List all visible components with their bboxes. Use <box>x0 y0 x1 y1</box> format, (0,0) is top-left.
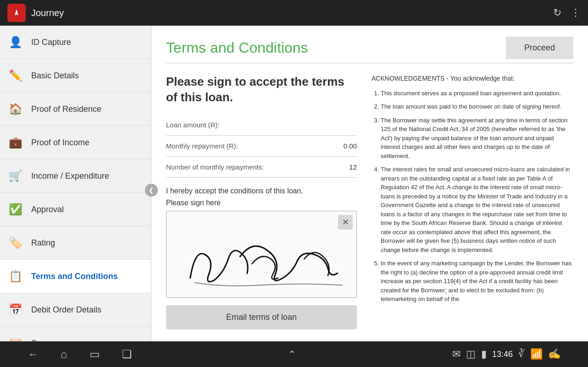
num-repayments-label: Number of monthly repayments: <box>166 163 349 171</box>
num-repayments-row: Number of monthly repayments: 12 <box>166 157 357 178</box>
sidebar-item-label-id-capture: ID Capture <box>31 38 71 47</box>
sidebar-item-approval[interactable]: ✅Approval <box>0 193 151 226</box>
sidebar: 👤ID Capture✏️Basic Details🏠Proof of Resi… <box>0 26 151 341</box>
app-title: Journey <box>31 8 64 18</box>
sidebar-item-label-basic-details: Basic Details <box>31 71 79 81</box>
ack-item-5: In the event of any marketing campaign b… <box>381 259 573 304</box>
rating-icon: 🏷️ <box>7 235 24 251</box>
two-column-layout: Please sign to accept the terms of this … <box>166 74 573 329</box>
sidebar-item-label-approval: Approval <box>31 205 64 214</box>
header-divider <box>166 63 573 63</box>
income-expenditure-icon: 🛒 <box>7 168 24 184</box>
sidebar-item-terms-and-conditions[interactable]: 📋Terms and Conditions <box>0 260 151 293</box>
sidebar-collapse-button[interactable]: ❮ <box>145 184 158 197</box>
terms-and-conditions-icon: 📋 <box>7 268 24 285</box>
acknowledgements-list: This document serves as a proposed loan … <box>372 89 573 304</box>
basic-details-icon: ✏️ <box>7 67 24 84</box>
sidebar-item-id-capture[interactable]: 👤ID Capture <box>0 26 151 59</box>
menu-icon[interactable]: ⋮ <box>571 7 581 19</box>
monthly-repayment-value: 0.00 <box>344 142 357 150</box>
wifi-icon: 📶 <box>530 348 543 360</box>
proof-of-residence-icon: 🏠 <box>7 101 24 117</box>
top-bar: Journey ↻ ⋮ <box>0 0 588 26</box>
sidebar-item-label-success: Success <box>31 339 62 342</box>
sidebar-item-income-expenditure[interactable]: 🛒Income / Expenditure <box>0 159 151 193</box>
sidebar-item-debit-order-details[interactable]: 📅Debit Order Details <box>0 293 151 327</box>
monthly-repayment-row: Monthly repayment (R): 0.00 <box>166 136 357 157</box>
sidebar-item-proof-of-residence[interactable]: 🏠Proof of Residence <box>0 93 151 126</box>
sidebar-item-basic-details[interactable]: ✏️Basic Details <box>0 59 151 93</box>
sidebar-item-label-debit-order-details: Debit Order Details <box>31 305 101 315</box>
loan-amount-row: Loan amount (R): <box>166 115 357 136</box>
app-branding: Journey <box>7 4 64 22</box>
sidebar-item-label-proof-of-income: Proof of Income <box>31 138 89 148</box>
success-icon: 🐷 <box>7 335 24 341</box>
image-icon: ◫ <box>466 348 476 360</box>
screenshot-icon[interactable]: ❏ <box>122 348 132 361</box>
signature-box[interactable]: ✕ <box>166 211 357 298</box>
left-column: Please sign to accept the terms of this … <box>166 74 357 329</box>
clear-signature-button[interactable]: ✕ <box>338 215 353 230</box>
status-bar: ✉ ◫ ▮ 13:46 ∛ 📶 ✍ <box>452 348 560 360</box>
back-icon[interactable]: ← <box>28 348 39 361</box>
bluetooth-icon: ∛ <box>518 348 525 360</box>
sidebar-item-label-proof-of-residence: Proof of Residence <box>31 104 101 114</box>
recents-icon[interactable]: ▭ <box>89 348 100 361</box>
sign-here-label: Please sign here <box>166 199 357 207</box>
sidebar-item-proof-of-income[interactable]: 💼Proof of Income <box>0 126 151 159</box>
sidebar-item-label-terms-and-conditions: Terms and Conditions <box>31 272 118 281</box>
bottom-bar: ← ⌂ ▭ ❏ ⌃ ✉ ◫ ▮ 13:46 ∛ 📶 ✍ <box>0 341 588 367</box>
email-terms-button[interactable]: Email terms of loan <box>166 305 357 329</box>
sidebar-item-rating[interactable]: 🏷️Rating <box>0 226 151 260</box>
ack-item-3: The Borrower may settle this agreement a… <box>381 116 573 161</box>
home-icon[interactable]: ⌂ <box>61 348 67 361</box>
accept-text: I hereby accept the conditions of this l… <box>166 187 357 195</box>
refresh-icon[interactable]: ↻ <box>553 7 561 19</box>
loan-amount-label: Loan amount (R): <box>166 121 357 129</box>
signal-icon: ✍ <box>548 348 560 360</box>
app-logo <box>7 4 26 22</box>
acknowledgements-title: ACKNOWLEDGEMENTS - You acknowledge that: <box>372 74 573 83</box>
debit-order-details-icon: 📅 <box>7 301 24 318</box>
signature-drawing <box>166 211 356 297</box>
ack-item-1: This document serves as a proposed loan … <box>381 89 573 98</box>
sidebar-wrapper: 👤ID Capture✏️Basic Details🏠Proof of Resi… <box>0 26 151 341</box>
content-area: Terms and Conditions Proceed Please sign… <box>151 26 588 341</box>
id-capture-icon: 👤 <box>7 34 24 50</box>
sidebar-item-label-rating: Rating <box>31 238 55 248</box>
bottom-nav-icons: ← ⌂ ▭ ❏ <box>28 348 132 361</box>
sidebar-item-label-income-expenditure: Income / Expenditure <box>31 171 109 181</box>
message-icon: ✉ <box>452 348 460 360</box>
ack-item-2: The loan amount was paid to the borrower… <box>381 102 573 111</box>
expand-icon[interactable]: ⌃ <box>288 349 296 360</box>
proceed-button[interactable]: Proceed <box>506 37 573 59</box>
num-repayments-value: 12 <box>349 163 357 171</box>
content-header: Terms and Conditions Proceed <box>166 37 573 59</box>
approval-icon: ✅ <box>7 201 24 218</box>
ack-item-4: The interest rates for small and unsecur… <box>381 165 573 254</box>
monthly-repayment-label: Monthly repayment (R): <box>166 142 344 150</box>
right-column: ACKNOWLEDGEMENTS - You acknowledge that:… <box>372 74 573 329</box>
main-content: 👤ID Capture✏️Basic Details🏠Proof of Resi… <box>0 26 588 341</box>
sign-heading: Please sign to accept the terms of this … <box>166 74 357 105</box>
clock-display: 13:46 <box>492 350 513 359</box>
battery-icon: ▮ <box>481 348 487 360</box>
sidebar-item-success[interactable]: 🐷Success <box>0 327 151 341</box>
page-title: Terms and Conditions <box>166 39 308 56</box>
proof-of-income-icon: 💼 <box>7 134 24 151</box>
top-bar-actions: ↻ ⋮ <box>553 7 581 19</box>
